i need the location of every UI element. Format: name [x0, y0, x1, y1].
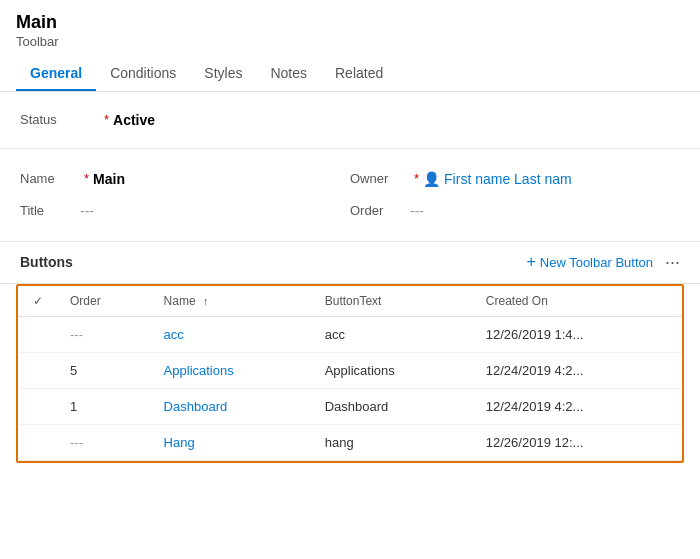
- row-order: ---: [58, 316, 152, 352]
- row-name[interactable]: Hang: [152, 424, 313, 460]
- plus-icon: +: [526, 253, 535, 271]
- buttons-section-title: Buttons: [20, 254, 526, 270]
- status-field-row: Status * Active: [20, 106, 680, 134]
- order-label: Order: [350, 203, 410, 218]
- col-name[interactable]: Name ↑: [152, 286, 313, 317]
- title-order-row: Title --- Order ---: [20, 195, 680, 227]
- title-value: ---: [80, 203, 94, 219]
- tab-general[interactable]: General: [16, 57, 96, 91]
- content-area: Status * Active Name * Main Owner * 👤 Fi…: [0, 92, 700, 463]
- new-toolbar-button[interactable]: + New Toolbar Button: [526, 253, 653, 271]
- buttons-header: Buttons + New Toolbar Button ···: [0, 242, 700, 284]
- owner-required-marker: *: [414, 171, 419, 186]
- col-buttontext: ButtonText: [313, 286, 474, 317]
- order-value: ---: [410, 203, 424, 219]
- row-check[interactable]: [18, 352, 58, 388]
- row-name[interactable]: acc: [152, 316, 313, 352]
- status-label: Status: [20, 112, 100, 127]
- row-check[interactable]: [18, 388, 58, 424]
- title-label: Title: [20, 203, 80, 218]
- row-check[interactable]: [18, 424, 58, 460]
- app-container: Main Toolbar General Conditions Styles N…: [0, 0, 700, 463]
- row-order: 5: [58, 352, 152, 388]
- owner-label: Owner: [350, 171, 410, 186]
- sort-icon: ↑: [203, 295, 209, 307]
- row-createdon: 12/26/2019 12:...: [474, 424, 682, 460]
- row-createdon: 12/26/2019 1:4...: [474, 316, 682, 352]
- page-title: Main: [16, 12, 684, 34]
- owner-field: Owner * 👤 First name Last nam: [350, 163, 680, 195]
- buttons-table: ✓ Order Name ↑ ButtonText Created On ---…: [18, 286, 682, 461]
- name-field: Name * Main: [20, 163, 350, 195]
- person-icon: 👤: [423, 171, 440, 187]
- row-order: ---: [58, 424, 152, 460]
- col-check[interactable]: ✓: [18, 286, 58, 317]
- owner-value[interactable]: First name Last nam: [444, 171, 572, 187]
- title-field: Title ---: [20, 195, 350, 227]
- tab-bar: General Conditions Styles Notes Related: [16, 57, 684, 91]
- table-row[interactable]: ---Hanghang12/26/2019 12:...: [18, 424, 682, 460]
- row-name[interactable]: Applications: [152, 352, 313, 388]
- row-buttontext: acc: [313, 316, 474, 352]
- row-name[interactable]: Dashboard: [152, 388, 313, 424]
- order-field: Order ---: [350, 195, 680, 227]
- name-value: Main: [93, 171, 125, 187]
- status-section: Status * Active: [0, 92, 700, 149]
- status-required-marker: *: [104, 112, 109, 127]
- status-value: Active: [113, 112, 155, 128]
- row-order: 1: [58, 388, 152, 424]
- page-subtitle: Toolbar: [16, 34, 684, 49]
- row-buttontext: Applications: [313, 352, 474, 388]
- table-row[interactable]: 5ApplicationsApplications12/24/2019 4:2.…: [18, 352, 682, 388]
- header: Main Toolbar General Conditions Styles N…: [0, 0, 700, 92]
- buttons-table-wrapper: ✓ Order Name ↑ ButtonText Created On ---…: [16, 284, 684, 463]
- col-order[interactable]: Order: [58, 286, 152, 317]
- col-createdon[interactable]: Created On: [474, 286, 682, 317]
- table-row[interactable]: 1DashboardDashboard12/24/2019 4:2...: [18, 388, 682, 424]
- row-createdon: 12/24/2019 4:2...: [474, 352, 682, 388]
- tab-related[interactable]: Related: [321, 57, 397, 91]
- tab-styles[interactable]: Styles: [190, 57, 256, 91]
- row-buttontext: hang: [313, 424, 474, 460]
- more-options-icon[interactable]: ···: [665, 252, 680, 273]
- tab-conditions[interactable]: Conditions: [96, 57, 190, 91]
- name-label: Name: [20, 171, 80, 186]
- name-owner-row: Name * Main Owner * 👤 First name Last na…: [20, 163, 680, 195]
- row-createdon: 12/24/2019 4:2...: [474, 388, 682, 424]
- table-row[interactable]: ---accacc12/26/2019 1:4...: [18, 316, 682, 352]
- name-required-marker: *: [84, 171, 89, 186]
- row-check[interactable]: [18, 316, 58, 352]
- table-header-row: ✓ Order Name ↑ ButtonText Created On: [18, 286, 682, 317]
- details-section: Name * Main Owner * 👤 First name Last na…: [0, 149, 700, 242]
- row-buttontext: Dashboard: [313, 388, 474, 424]
- new-button-label: New Toolbar Button: [540, 255, 653, 270]
- tab-notes[interactable]: Notes: [256, 57, 321, 91]
